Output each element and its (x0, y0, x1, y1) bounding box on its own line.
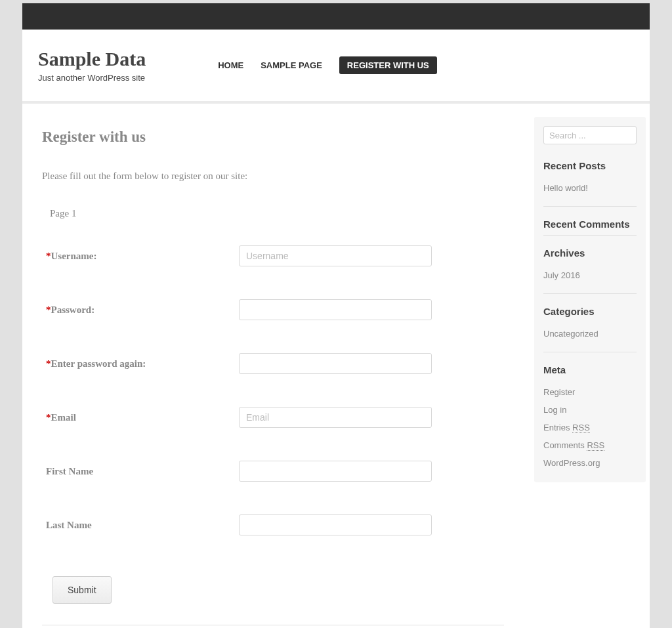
form-intro: Please fill out the form below to regist… (42, 171, 504, 182)
widget-meta: Meta Register Log in Entries RSS Comment… (543, 364, 637, 473)
last-name-input[interactable] (239, 514, 432, 535)
field-username-row: *Username: (42, 245, 504, 266)
nav-register[interactable]: REGISTER WITH US (339, 56, 437, 74)
widget-categories: Categories Uncategorized (543, 306, 637, 352)
main-content: Register with us Please fill out the for… (22, 117, 534, 628)
sidebar: Recent Posts Hello world! Recent Comment… (534, 117, 646, 482)
username-input[interactable] (239, 245, 432, 266)
recent-comments-title: Recent Comments (543, 219, 637, 230)
field-email-label: *Email (42, 412, 239, 423)
nav-home[interactable]: HOME (218, 60, 243, 70)
widget-recent-posts: Recent Posts Hello world! (543, 160, 637, 207)
first-name-input[interactable] (239, 461, 432, 482)
field-password-row: *Password: (42, 299, 504, 320)
header-branding: Sample Data Just another WordPress site (22, 48, 146, 83)
meta-register-link[interactable]: Register (543, 387, 637, 397)
category-link[interactable]: Uncategorized (543, 329, 637, 339)
field-lastname-label: Last Name (42, 520, 239, 531)
widget-archives: Archives July 2016 (543, 247, 637, 294)
field-email-row: *Email (42, 407, 504, 428)
site-tagline: Just another WordPress site (38, 73, 146, 83)
widget-recent-comments: Recent Comments (543, 219, 637, 236)
recent-posts-title: Recent Posts (543, 160, 637, 171)
archive-link[interactable]: July 2016 (543, 270, 637, 280)
header: Sample Data Just another WordPress site … (22, 30, 650, 101)
field-firstname-label: First Name (42, 466, 239, 477)
field-password-confirm-row: *Enter password again: (42, 353, 504, 374)
content-area: Register with us Please fill out the for… (22, 104, 650, 628)
field-firstname-row: First Name (42, 461, 504, 482)
field-password-label: *Password: (42, 304, 239, 316)
main-nav: HOME SAMPLE PAGE REGISTER WITH US (218, 56, 437, 74)
email-input[interactable] (239, 407, 432, 428)
page-title: Register with us (42, 129, 504, 146)
categories-title: Categories (543, 306, 637, 317)
meta-wordpress-link[interactable]: WordPress.org (543, 458, 637, 468)
top-bar (22, 3, 650, 30)
page-indicator: Page 1 (50, 208, 504, 219)
password-input[interactable] (239, 299, 432, 320)
nav-sample-page[interactable]: SAMPLE PAGE (261, 60, 322, 70)
field-lastname-row: Last Name (42, 514, 504, 535)
site-title[interactable]: Sample Data (38, 48, 146, 70)
field-password-confirm-label: *Enter password again: (42, 358, 239, 369)
main-divider (42, 625, 504, 625)
meta-entries-rss-link[interactable]: Entries RSS (543, 423, 637, 432)
field-username-label: *Username: (42, 251, 239, 262)
meta-login-link[interactable]: Log in (543, 405, 637, 415)
recent-post-link[interactable]: Hello world! (543, 183, 637, 193)
archives-title: Archives (543, 247, 637, 259)
password-confirm-input[interactable] (239, 353, 432, 374)
search-input[interactable] (543, 126, 637, 144)
meta-title: Meta (543, 364, 637, 375)
page-wrapper: Sample Data Just another WordPress site … (22, 3, 650, 628)
meta-comments-rss-link[interactable]: Comments RSS (543, 440, 637, 450)
submit-button[interactable]: Submit (52, 576, 112, 604)
